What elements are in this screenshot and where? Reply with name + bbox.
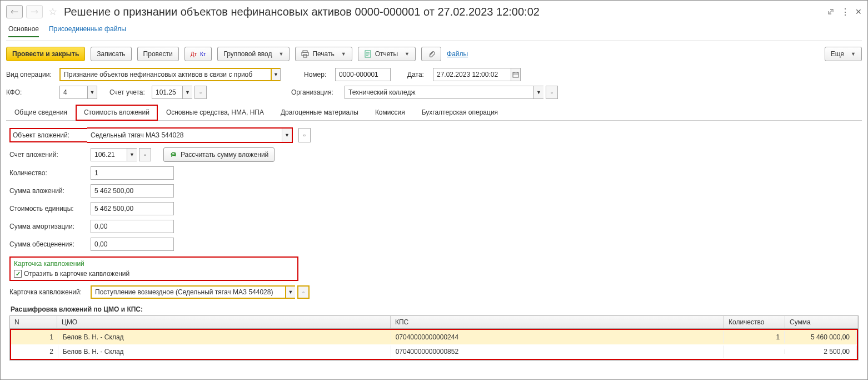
recalc-button[interactable]: Рассчитать сумму вложений [163, 147, 275, 162]
card-group-title: Карточка капвложений [14, 260, 294, 268]
table-row[interactable]: 1 Белов В. Н. - Склад 07040000000000244 … [11, 330, 857, 344]
acct-field[interactable]: 101.25 ▼ ▫ [152, 86, 207, 99]
invest-acct-field[interactable]: 106.21 ▼ ▫ [91, 148, 151, 161]
sum-label: Сумма вложений: [9, 187, 87, 195]
grid-title: Расшифровка вложений по ЦМО и КПС: [9, 301, 859, 315]
unit-field[interactable]: 5 462 500,00 [91, 202, 174, 215]
paperclip-icon [427, 50, 435, 58]
files-link[interactable]: Файлы [447, 50, 468, 58]
grid-header: N ЦМО КПС Количество Сумма [10, 315, 858, 329]
page-title: Решение о признании объектов нефинансовы… [63, 6, 823, 18]
op-type-label: Вид операции: [6, 71, 56, 78]
col-cmo[interactable]: ЦМО [57, 316, 391, 328]
card-label: Карточка капвложений: [9, 288, 87, 296]
chevron-down-icon[interactable]: ▼ [271, 68, 281, 81]
chevron-down-icon[interactable]: ▼ [182, 86, 192, 99]
open-icon[interactable]: ▫ [297, 285, 310, 299]
card-field[interactable]: Поступление возмездное (Седельный тягач … [91, 285, 310, 299]
tab-fixed-assets[interactable]: Основные средства, НМА, НПА [158, 105, 272, 120]
calendar-icon[interactable] [511, 68, 521, 81]
chevron-down-icon[interactable]: ▼ [87, 86, 97, 99]
col-n[interactable]: N [10, 316, 57, 328]
invest-acct-label: Счет вложений: [9, 151, 87, 159]
tab-general[interactable]: Общие сведения [6, 105, 76, 120]
table-row[interactable]: 2 Белов В. Н. - Склад 07040000000000852 … [11, 344, 857, 359]
date-field[interactable]: 27.02.2023 12:00:02 [433, 68, 521, 81]
report-icon [364, 50, 372, 58]
open-icon[interactable]: ▫ [546, 86, 558, 99]
attach-button[interactable] [421, 47, 441, 61]
more-button[interactable]: Еще▼ [825, 47, 862, 61]
reports-button[interactable]: Отчеты▼ [358, 47, 416, 61]
kfo-field[interactable]: 4 ▼ [59, 86, 97, 99]
amort-field[interactable]: 0,00 [91, 220, 174, 233]
print-button[interactable]: Печать▼ [295, 47, 352, 61]
invest-object-label: Объект вложений: [9, 128, 87, 142]
refresh-icon [169, 151, 177, 159]
number-field[interactable]: 0000-000001 [335, 68, 391, 81]
dtkt-button[interactable]: ДтКт [184, 47, 212, 61]
tab-commission[interactable]: Комиссия [367, 105, 413, 120]
qty-label: Количество: [9, 169, 87, 177]
chevron-down-icon[interactable]: ▼ [285, 285, 295, 299]
col-sum[interactable]: Сумма [785, 316, 857, 328]
kfo-label: КФО: [6, 88, 56, 96]
open-icon[interactable]: ▫ [194, 86, 207, 99]
open-icon[interactable]: ▫ [139, 148, 151, 161]
printer-icon [301, 50, 309, 58]
nav-attached-files[interactable]: Присоединенные файлы [49, 25, 126, 37]
back-button[interactable]: 🡐 [6, 5, 23, 18]
col-kps[interactable]: КПС [391, 316, 724, 328]
date-label: Дата: [407, 71, 430, 78]
toolbar: Провести и закрыть Записать Провести ДтК… [6, 41, 862, 66]
tab-precious[interactable]: Драгоценные материалы [272, 105, 367, 120]
close-icon[interactable]: ✕ [855, 7, 862, 16]
impair-label: Сумма обесценения: [9, 240, 87, 248]
invest-object-field[interactable]: Седельный тягач МАЗ 544028 ▼ [87, 127, 293, 143]
sub-tabs: Общие сведения Стоимость вложений Основн… [6, 105, 862, 121]
chevron-down-icon[interactable]: ▼ [127, 148, 137, 161]
chevron-down-icon[interactable]: ▼ [282, 129, 292, 142]
details-grid: N ЦМО КПС Количество Сумма 1 Белов В. Н.… [9, 315, 859, 361]
checkmark-icon: ✓ [14, 270, 22, 278]
acct-label: Счет учета: [109, 88, 148, 96]
nav-main[interactable]: Основное [8, 25, 39, 37]
unit-label: Стоимость единицы: [9, 205, 87, 213]
svg-rect-1 [302, 52, 308, 56]
number-label: Номер: [304, 71, 332, 78]
chevron-down-icon[interactable]: ▼ [533, 86, 543, 99]
forward-button[interactable]: 🡒 [26, 5, 43, 18]
favorite-icon[interactable]: ☆ [48, 6, 57, 18]
post-button[interactable]: Провести [137, 47, 179, 61]
kebab-icon[interactable]: ⋮ [841, 7, 850, 17]
col-qty[interactable]: Количество [724, 316, 785, 328]
save-button[interactable]: Записать [91, 47, 131, 61]
op-type-field[interactable]: Признание объектов нефинансовых активов … [59, 68, 281, 81]
open-icon[interactable]: ▫ [298, 128, 311, 142]
org-label: Организация: [291, 88, 341, 96]
card-group: Карточка капвложений ✓ Отразить в карточ… [9, 256, 298, 281]
link-icon[interactable] [826, 7, 835, 16]
title-bar: 🡐 🡒 ☆ Решение о признании объектов нефин… [6, 4, 862, 19]
post-close-button[interactable]: Провести и закрыть [6, 47, 85, 61]
top-nav: Основное Присоединенные файлы [6, 19, 862, 41]
qty-field[interactable]: 1 [91, 166, 174, 180]
impair-field[interactable]: 0,00 [91, 238, 174, 251]
tab-investment-cost[interactable]: Стоимость вложений [76, 105, 158, 121]
org-field[interactable]: Технический колледж ▼ ▫ [345, 86, 558, 99]
svg-rect-4 [513, 72, 518, 77]
tab-accounting[interactable]: Бухгалтерская операция [413, 105, 506, 120]
reflect-checkbox[interactable]: ✓ Отразить в карточке капвложений [14, 270, 129, 278]
amort-label: Сумма амортизации: [9, 223, 87, 230]
group-input-button[interactable]: Групповой ввод▼ [217, 47, 290, 61]
sum-field[interactable]: 5 462 500,00 [91, 184, 174, 198]
